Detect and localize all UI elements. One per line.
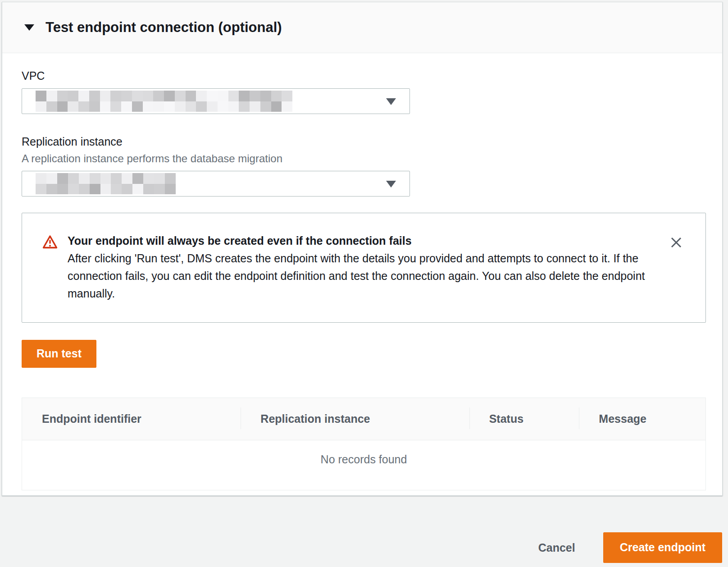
warning-triangle-icon	[42, 235, 58, 302]
warning-title: Your endpoint will always be created eve…	[68, 232, 662, 250]
collapse-triangle-icon	[24, 24, 34, 31]
create-endpoint-button[interactable]: Create endpoint	[603, 532, 722, 563]
column-header-replication-instance: Replication instance	[241, 412, 469, 425]
run-test-button[interactable]: Run test	[22, 340, 96, 368]
column-header-message: Message	[579, 412, 705, 425]
warning-text-block: Your endpoint will always be created eve…	[68, 232, 662, 302]
close-icon[interactable]	[667, 233, 686, 253]
page-title: Test endpoint connection (optional)	[46, 19, 282, 36]
replication-instance-field: Replication instance A replication insta…	[22, 135, 703, 197]
vpc-select[interactable]	[22, 88, 410, 114]
replication-instance-redacted-value	[36, 173, 176, 194]
vpc-redacted-value	[36, 91, 292, 112]
replication-instance-label: Replication instance	[22, 135, 703, 148]
column-header-status: Status	[469, 412, 579, 425]
no-records-text: No records found	[321, 453, 407, 490]
test-results-table: Endpoint identifier Replication instance…	[22, 398, 706, 490]
table-empty-state: No records found	[22, 440, 705, 490]
vpc-label: VPC	[22, 69, 703, 82]
table-header-row: Endpoint identifier Replication instance…	[22, 398, 705, 440]
chevron-down-icon	[386, 98, 396, 105]
chevron-down-icon	[386, 181, 396, 187]
test-endpoint-panel: Test endpoint connection (optional) VPC …	[2, 2, 723, 496]
section-header-toggle[interactable]: Test endpoint connection (optional)	[2, 2, 722, 53]
vpc-field: VPC	[22, 69, 703, 114]
warning-body: After clicking 'Run test', DMS creates t…	[68, 250, 655, 302]
replication-instance-select[interactable]	[22, 171, 410, 197]
column-header-endpoint-identifier: Endpoint identifier	[22, 412, 241, 425]
replication-instance-description: A replication instance performs the data…	[22, 152, 703, 165]
section-content: VPC Replication instance A replication i…	[2, 53, 722, 490]
cancel-button[interactable]: Cancel	[525, 534, 589, 562]
warning-alert: Your endpoint will always be created eve…	[22, 213, 706, 323]
form-footer: Cancel Create endpoint	[525, 532, 722, 563]
